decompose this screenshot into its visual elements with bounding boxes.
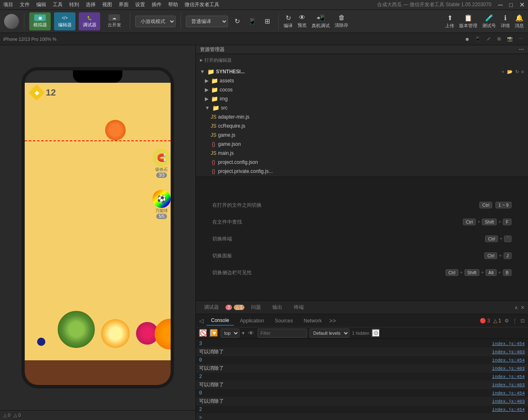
menu-item-project[interactable]: 项目: [3, 1, 13, 8]
tree-ccrequire[interactable]: JS ccRequire.js: [196, 121, 528, 131]
console-link-1[interactable]: index.js:454: [492, 341, 525, 346]
output-tab[interactable]: 输出: [268, 302, 287, 313]
debug-close-btn[interactable]: ✕: [521, 305, 525, 310]
console-link-6[interactable]: index.js:403: [492, 383, 525, 387]
opened-editors-header[interactable]: 打开的编辑器: [196, 56, 528, 65]
level-select[interactable]: Default levels: [310, 329, 350, 338]
collapse-btn[interactable]: ≡: [521, 69, 524, 75]
screenshot-btn[interactable]: 📸: [506, 35, 514, 43]
menu-item-goto[interactable]: 转到: [69, 1, 79, 8]
debugger-tab[interactable]: 调试器: [199, 302, 224, 313]
window-minimize[interactable]: ─: [498, 1, 502, 9]
console-link-5[interactable]: index.js:454: [492, 374, 525, 379]
menu-item-plugins[interactable]: 插件: [152, 1, 162, 8]
preview-btn[interactable]: 👁 预览: [298, 14, 307, 28]
menu-item-file[interactable]: 文件: [20, 1, 30, 8]
copy-btn[interactable]: ⧉: [495, 35, 503, 43]
console-link-7[interactable]: index.js:454: [492, 391, 525, 396]
debug-up-btn[interactable]: ∧: [514, 305, 518, 310]
real-device-btn[interactable]: 📲 真机调试: [312, 14, 330, 29]
context-select[interactable]: top: [221, 329, 239, 338]
power-rainbow[interactable]: ⚽ 万能球 5/5: [153, 190, 171, 219]
mode-select[interactable]: 小游戏模式: [135, 16, 176, 27]
console-output[interactable]: 3 index.js:454 可以消除了 index.js:403 0 inde…: [196, 339, 528, 420]
menu-item-wechat[interactable]: 微信开发者工具: [185, 1, 219, 8]
tree-game-js[interactable]: JS game.js: [196, 131, 528, 140]
detail-btn[interactable]: ℹ 详情: [501, 14, 510, 29]
window-close[interactable]: ✕: [519, 1, 525, 9]
new-file-btn[interactable]: +: [502, 69, 504, 75]
fullscreen-btn[interactable]: ⊞: [261, 16, 273, 27]
application-tab[interactable]: Application: [235, 316, 269, 325]
console-link-8[interactable]: index.js:403: [492, 399, 525, 404]
phone-notch: [73, 70, 122, 83]
settings-icon[interactable]: ⚙: [505, 318, 509, 324]
phone-btn[interactable]: 📱: [474, 35, 482, 43]
power-magnet[interactable]: 🧲 吸铁石 3/3: [153, 149, 171, 178]
tree-game-json[interactable]: {} game.json: [196, 140, 528, 149]
more-tabs-btn[interactable]: >>: [329, 317, 336, 324]
tree-main-js[interactable]: JS main.js: [196, 149, 528, 158]
game-area[interactable]: ◆ 12 🧲 吸铁石 3/3: [25, 83, 171, 373]
console-link-9[interactable]: index.js:454: [492, 407, 525, 412]
record-btn[interactable]: ⏺: [463, 35, 471, 43]
console-tab[interactable]: Console: [206, 316, 234, 326]
explorer-more-btn[interactable]: ⋯: [519, 47, 524, 52]
avatar: [4, 14, 19, 29]
console-filter-input[interactable]: [258, 329, 307, 338]
clear-console-btn[interactable]: 🚫: [199, 329, 207, 337]
console-settings-btn[interactable]: ⚙: [372, 329, 380, 337]
window-maximize[interactable]: □: [509, 2, 513, 8]
tree-cocos[interactable]: ▶ 📁 cocos: [196, 85, 528, 94]
preview-device-btn[interactable]: 📱: [245, 16, 260, 27]
tree-project-config[interactable]: {} project.config.json: [196, 158, 528, 167]
tree-root[interactable]: ▼ 📁 SYNTHESI... + 📂 ↻ ≡: [196, 67, 528, 76]
version-btn[interactable]: 📋 版本管理: [459, 14, 477, 29]
menu-item-interface[interactable]: 界面: [119, 1, 129, 8]
rotate-btn[interactable]: ⤢: [484, 35, 493, 43]
editor-btn[interactable]: </> 编辑器: [54, 12, 75, 30]
shortcut-row-5: 切换侧边栏可见性 Ctrl + Shift + Alt + B: [212, 268, 512, 278]
console-link-2[interactable]: index.js:403: [492, 350, 525, 355]
terminal-tab[interactable]: 终端: [289, 302, 309, 313]
console-link-4[interactable]: index.js:403: [492, 366, 525, 371]
toolbar-divider: [24, 13, 24, 30]
menu-item-settings[interactable]: 设置: [135, 1, 145, 8]
compile-action-btn[interactable]: ↻ 编译: [284, 14, 293, 29]
test-btn[interactable]: 🧪 测试号: [482, 14, 496, 29]
message-btn[interactable]: 🔔 消息: [515, 14, 524, 29]
kiwi-fruit: [58, 311, 95, 348]
refresh-tree-btn[interactable]: ↻: [515, 69, 519, 75]
tree-img[interactable]: ▶ 📁 img: [196, 94, 528, 103]
back-forward-btn[interactable]: ◁: [199, 317, 204, 324]
tree-assets[interactable]: ▶ 📁 assets: [196, 76, 528, 85]
menu-item-select[interactable]: 选择: [86, 1, 96, 8]
upload-btn[interactable]: ⬆ 上传: [445, 14, 454, 29]
refresh-btn[interactable]: ↻: [231, 16, 243, 27]
magnet-count: 3/3: [156, 173, 167, 178]
compile-select[interactable]: 普通编译: [186, 16, 228, 27]
undock-icon[interactable]: ⊡: [521, 318, 525, 324]
cloud-btn[interactable]: ☁ 云开发: [103, 12, 125, 30]
eye-icon[interactable]: 👁: [247, 329, 255, 337]
simulator-btn[interactable]: ▣ 模拟器: [29, 12, 51, 30]
explorer-header: 资源管理器 ⋯: [196, 45, 528, 54]
more-btn[interactable]: ⋯: [516, 35, 525, 43]
tree-project-private[interactable]: {} project.private.config.js...: [196, 167, 528, 176]
menu-item-tools[interactable]: 工具: [53, 1, 63, 8]
toolbar-divider4: [278, 13, 279, 30]
menu-item-help[interactable]: 帮助: [168, 1, 178, 8]
problem-tab[interactable]: 问题: [246, 302, 266, 313]
tree-adapter-min[interactable]: JS adapter-min.js: [196, 112, 528, 121]
sources-tab[interactable]: Sources: [270, 316, 298, 325]
new-folder-btn[interactable]: 📂: [507, 69, 513, 75]
filter-toggle-btn[interactable]: 🔽: [210, 329, 218, 337]
menu-item-view[interactable]: 视图: [102, 1, 112, 8]
network-tab[interactable]: Network: [299, 316, 327, 325]
clear-cache-btn[interactable]: 🗑 清除存: [335, 14, 348, 28]
tree-src[interactable]: ▼ 📁 src: [196, 103, 528, 112]
menu-item-edit[interactable]: 编辑: [36, 1, 46, 8]
more-actions-icon[interactable]: ⋮: [512, 318, 517, 324]
debugger-btn[interactable]: 🐛 调试器: [79, 12, 100, 30]
console-link-3[interactable]: index.js:454: [492, 358, 525, 363]
